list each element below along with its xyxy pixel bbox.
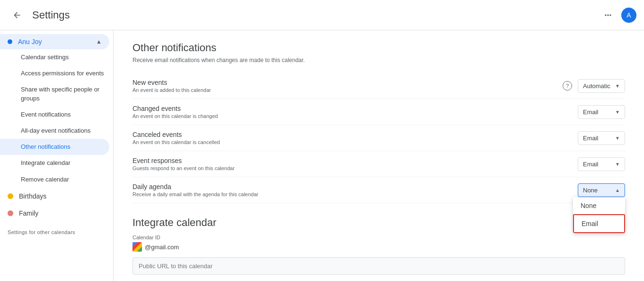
sidebar-item-calendar-settings[interactable]: Calendar settings [0, 49, 113, 65]
other-calendars-label: Settings for other calendars [0, 222, 113, 239]
page-title: Settings [32, 9, 70, 21]
select-value-canceled-events: Email [583, 135, 599, 142]
family-dot [8, 210, 13, 216]
user-dot [8, 39, 12, 44]
family-label: Family [19, 209, 38, 217]
avatar[interactable]: A [621, 8, 636, 23]
notif-name-canceled-events: Canceled events [132, 131, 578, 138]
select-value-new-events: Automatic [583, 82, 610, 90]
dropdown-item-none[interactable]: None [573, 197, 625, 214]
sidebar-item-other-notifications[interactable]: Other notifications [0, 139, 109, 155]
topbar: Settings A [0, 0, 644, 30]
caret-daily-agenda: ▲ [615, 188, 620, 193]
google-calendar-icon [132, 242, 142, 252]
integrate-title: Integrate calendar [132, 217, 625, 229]
sidebar-user[interactable]: Anu Joy ▲ [0, 34, 109, 49]
notif-name-changed-events: Changed events [132, 105, 578, 112]
sidebar-item-event-notifications[interactable]: Event notifications [0, 107, 113, 123]
help-icon-new-events[interactable]: ? [563, 81, 572, 91]
select-value-event-responses: Email [583, 161, 599, 168]
notif-row-daily-agenda: Daily agenda Receive a daily email with … [132, 177, 625, 203]
notif-row-new-events: New events An event is added to this cal… [132, 73, 625, 99]
select-box-canceled-events[interactable]: Email ▼ [578, 131, 625, 145]
notif-name-daily-agenda: Daily agenda [132, 183, 578, 190]
birthdays-label: Birthdays [19, 192, 46, 200]
notif-info-event-responses: Event responses Guests respond to an eve… [132, 157, 578, 171]
caret-changed-events: ▼ [615, 109, 620, 115]
content-area: Other notifications Receive email notifi… [114, 30, 644, 281]
caret-new-events: ▼ [615, 83, 620, 89]
section-subtitle: Receive email notifications when changes… [132, 57, 625, 63]
sidebar-user-name: Anu Joy [18, 38, 90, 45]
select-box-changed-events[interactable]: Email ▼ [578, 105, 625, 119]
select-box-event-responses[interactable]: Email ▼ [578, 157, 625, 171]
select-value-changed-events: Email [583, 109, 599, 116]
select-new-events: Automatic ▼ [578, 79, 625, 93]
select-canceled-events: Email ▼ [578, 131, 625, 145]
notif-desc-canceled-events: An event on this calendar is cancelled [132, 139, 578, 145]
sidebar-item-share-specific[interactable]: Share with specific people or groups [0, 82, 113, 106]
notif-info-new-events: New events An event is added to this cal… [132, 79, 563, 93]
cal-id-value-row: @gmail.com [132, 242, 625, 252]
caret-canceled-events: ▼ [615, 136, 620, 141]
select-value-daily-agenda: None [583, 187, 598, 194]
chevron-up-icon: ▲ [96, 38, 102, 45]
notif-row-event-responses: Event responses Guests respond to an eve… [132, 151, 625, 177]
select-daily-agenda: None ▲ None Email [578, 183, 625, 197]
integrate-section: Integrate calendar Calendar ID @gmail.co… [132, 217, 625, 275]
select-event-responses: Email ▼ [578, 157, 625, 171]
notif-desc-daily-agenda: Receive a daily email with the agenda fo… [132, 191, 578, 197]
cal-id-label: Calendar ID [132, 235, 625, 240]
notif-desc-event-responses: Guests respond to an event on this calen… [132, 165, 578, 171]
main-layout: Anu Joy ▲ Calendar settings Access permi… [0, 30, 644, 281]
sidebar-item-remove-calendar[interactable]: Remove calendar [0, 172, 113, 188]
select-box-new-events[interactable]: Automatic ▼ [578, 79, 625, 93]
select-changed-events: Email ▼ [578, 105, 625, 119]
dropdown-daily-agenda: None Email [573, 197, 625, 233]
dropdown-item-email[interactable]: Email [573, 214, 625, 233]
sidebar-item-access-permissions[interactable]: Access permissions for events [0, 65, 113, 82]
sidebar-item-integrate-calendar[interactable]: Integrate calendar [0, 155, 113, 171]
notif-info-daily-agenda: Daily agenda Receive a daily email with … [132, 183, 578, 197]
sidebar-item-all-day-notifications[interactable]: All-day event notifications [0, 123, 113, 139]
notif-name-new-events: New events [132, 79, 563, 86]
sidebar: Anu Joy ▲ Calendar settings Access permi… [0, 30, 114, 281]
back-button[interactable] [8, 6, 26, 25]
public-url-input[interactable] [132, 257, 625, 275]
notif-info-changed-events: Changed events An event on this calendar… [132, 105, 578, 119]
topbar-left: Settings [8, 6, 70, 25]
notif-row-canceled-events: Canceled events An event on this calenda… [132, 125, 625, 151]
notif-info-canceled-events: Canceled events An event on this calenda… [132, 131, 578, 145]
birthdays-dot [8, 193, 13, 199]
notif-name-event-responses: Event responses [132, 157, 578, 164]
notif-desc-changed-events: An event on this calendar is changed [132, 113, 578, 119]
notif-desc-new-events: An event is added to this calendar [132, 87, 563, 93]
topbar-right: A [599, 6, 636, 25]
select-box-daily-agenda[interactable]: None ▲ [578, 183, 625, 197]
cal-id-text: @gmail.com [145, 244, 179, 251]
sidebar-item-family[interactable]: Family [0, 205, 113, 222]
caret-event-responses: ▼ [615, 162, 620, 167]
sidebar-item-birthdays[interactable]: Birthdays [0, 188, 113, 205]
section-title: Other notifications [132, 42, 625, 54]
apps-button[interactable] [599, 6, 618, 25]
notif-row-changed-events: Changed events An event on this calendar… [132, 99, 625, 125]
